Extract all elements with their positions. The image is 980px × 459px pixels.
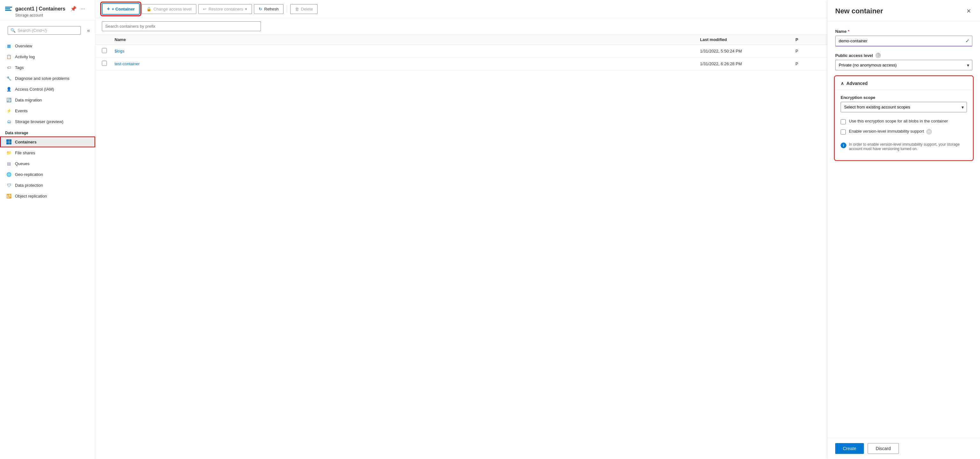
more-options-icon[interactable]: ···: [81, 6, 84, 12]
sidebar-item-storage-browser[interactable]: 🗂 Storage browser (preview): [0, 116, 95, 127]
sidebar-item-object-replication[interactable]: 🔁 Object replication: [0, 191, 95, 201]
change-access-button[interactable]: 🔒 Change access level: [142, 4, 196, 14]
create-button[interactable]: Create: [835, 443, 864, 454]
sidebar-item-activity-log[interactable]: 📋 Activity log: [0, 51, 95, 62]
immutability-info-note: i In order to enable version-level immut…: [841, 139, 967, 154]
data-protection-icon: 🛡: [6, 182, 12, 188]
add-container-button[interactable]: + + Container: [102, 3, 140, 14]
sidebar-item-label: Object replication: [15, 194, 47, 199]
discard-button[interactable]: Discard: [868, 443, 899, 454]
content-area: Name Last modified P $logs 1/31/2022, 5:…: [95, 18, 827, 459]
use-scope-checkbox-group: Use this encryption scope for all blobs …: [841, 119, 967, 124]
public-access-help-icon[interactable]: ⓘ: [876, 53, 881, 58]
search-containers-input[interactable]: [102, 21, 261, 31]
toolbar: + + Container 🔒 Change access level ↩ Re…: [95, 0, 827, 18]
delete-button[interactable]: 🗑 Delete: [290, 4, 318, 14]
container-name-logs[interactable]: $logs: [115, 49, 700, 54]
tags-icon: 🏷: [6, 65, 12, 70]
row-checkbox-logs[interactable]: [102, 48, 107, 53]
object-replication-icon: 🔁: [6, 193, 12, 199]
use-scope-label: Use this encryption scope for all blobs …: [849, 119, 948, 124]
col-p: P: [795, 37, 821, 42]
migration-icon: 🔄: [6, 97, 12, 103]
container-name-test[interactable]: test-container: [115, 61, 700, 66]
sidebar-item-containers[interactable]: Containers: [0, 137, 95, 147]
sidebar-item-label: Access Control (IAM): [15, 87, 54, 92]
events-icon: ⚡: [6, 108, 12, 114]
col-last-modified: Last modified: [700, 37, 795, 42]
panel-footer: Create Discard: [827, 438, 980, 459]
immutability-checkbox[interactable]: [841, 129, 846, 135]
sidebar-item-file-shares[interactable]: 📁 File shares: [0, 147, 95, 158]
advanced-header[interactable]: ∧ Advanced: [835, 77, 972, 90]
diagnose-icon: 🔧: [6, 75, 12, 81]
sidebar-item-label: Tags: [15, 65, 24, 70]
name-label: Name *: [835, 29, 972, 34]
info-text: In order to enable version-level immutab…: [849, 142, 967, 151]
chevron-up-icon: ∧: [841, 81, 844, 86]
encryption-scope-select[interactable]: Select from existing account scopes: [841, 102, 967, 112]
storage-logo-icon: [5, 7, 12, 11]
file-shares-icon: 📁: [6, 150, 12, 156]
public-access-label: Public access level ⓘ: [835, 53, 972, 58]
table-row: $logs 1/31/2022, 5:50:24 PM P: [95, 45, 827, 57]
sidebar: gaccnt1 | Containers 📌 ··· Storage accou…: [0, 0, 95, 459]
restore-containers-button[interactable]: ↩ Restore containers ▾: [198, 4, 252, 14]
sidebar-item-label: Overview: [15, 44, 32, 48]
sidebar-item-label: Events: [15, 108, 28, 113]
col-name: Name: [115, 37, 700, 42]
advanced-body: Encryption scope Select from existing ac…: [835, 90, 972, 159]
immutability-label: Enable version-level immutability suppor…: [849, 129, 932, 134]
new-container-panel: New container ✕ Name * ✓ Public access l…: [827, 0, 980, 459]
sidebar-item-label: Data protection: [15, 183, 43, 188]
sidebar-item-geo-replication[interactable]: 🌐 Geo-replication: [0, 169, 95, 180]
search-filter: [95, 18, 827, 35]
name-input[interactable]: [835, 36, 966, 46]
containers-icon: [6, 139, 12, 145]
panel-title: New container: [835, 7, 883, 15]
table-row: test-container 1/31/2022, 6:26:28 PM P: [95, 57, 827, 70]
public-access-field-group: Public access level ⓘ Private (no anonym…: [835, 53, 972, 70]
public-access-select[interactable]: Private (no anonymous access) Blob (anon…: [835, 60, 972, 70]
public-access-select-wrapper: Private (no anonymous access) Blob (anon…: [835, 60, 972, 70]
sidebar-subtitle: Storage account: [15, 13, 90, 17]
sidebar-item-overview[interactable]: ▦ Overview: [0, 40, 95, 51]
last-modified-logs: 1/31/2022, 5:50:24 PM: [700, 49, 795, 54]
queues-icon: ▤: [6, 160, 12, 166]
pin-icon[interactable]: 📌: [70, 6, 77, 12]
refresh-icon: ↻: [259, 7, 262, 11]
advanced-section: ∧ Advanced Encryption scope Select from …: [835, 77, 972, 160]
sidebar-item-tags[interactable]: 🏷 Tags: [0, 62, 95, 73]
required-star: *: [848, 29, 849, 34]
sidebar-item-data-protection[interactable]: 🛡 Data protection: [0, 180, 95, 191]
sidebar-item-label: Activity log: [15, 54, 35, 59]
sidebar-item-label: File shares: [15, 151, 35, 155]
sidebar-header: gaccnt1 | Containers 📌 ··· Storage accou…: [0, 0, 95, 21]
restore-icon: ↩: [203, 7, 207, 11]
refresh-button[interactable]: ↻ Refresh: [254, 4, 283, 14]
sidebar-item-label: Storage browser (preview): [15, 119, 63, 124]
browser-icon: 🗂: [6, 119, 12, 124]
encryption-scope-select-wrapper: Select from existing account scopes ▾: [841, 102, 967, 112]
use-scope-checkbox[interactable]: [841, 119, 846, 124]
sidebar-item-label: Containers: [15, 140, 37, 145]
sidebar-item-access-control[interactable]: 👤 Access Control (IAM): [0, 84, 95, 94]
close-panel-button[interactable]: ✕: [965, 6, 972, 16]
collapse-sidebar-button[interactable]: «: [86, 26, 91, 35]
last-modified-test: 1/31/2022, 6:26:28 PM: [700, 61, 795, 66]
sidebar-item-label: Diagnose and solve problems: [15, 76, 69, 81]
search-placeholder: Search (Cmd+/): [18, 28, 78, 33]
sidebar-item-queues[interactable]: ▤ Queues: [0, 158, 95, 169]
p-value-test: P: [795, 61, 821, 66]
main-content: + + Container 🔒 Change access level ↩ Re…: [95, 0, 827, 459]
immutability-help-icon[interactable]: ⓘ: [926, 129, 932, 134]
sidebar-item-events[interactable]: ⚡ Events: [0, 105, 95, 116]
panel-body: Name * ✓ Public access level ⓘ Private (…: [827, 21, 980, 438]
activity-log-icon: 📋: [6, 54, 12, 59]
row-checkbox-test[interactable]: [102, 61, 107, 66]
name-field-group: Name * ✓: [835, 29, 972, 46]
sidebar-item-data-migration[interactable]: 🔄 Data migration: [0, 94, 95, 105]
search-box[interactable]: 🔍 Search (Cmd+/): [8, 26, 81, 35]
sidebar-item-diagnose[interactable]: 🔧 Diagnose and solve problems: [0, 73, 95, 84]
name-input-wrapper: ✓: [835, 36, 972, 46]
